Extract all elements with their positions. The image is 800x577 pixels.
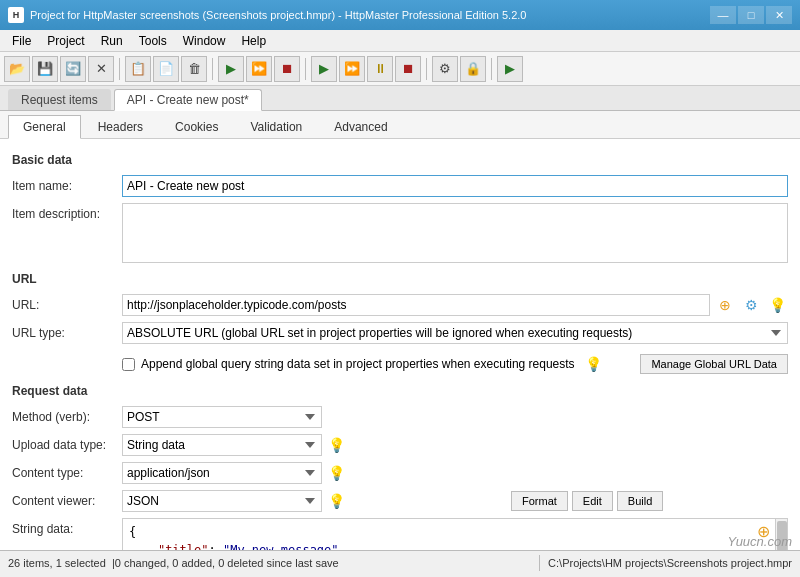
method-select[interactable]: POST bbox=[122, 406, 322, 428]
url-type-select[interactable]: ABSOLUTE URL (global URL set in project … bbox=[122, 322, 788, 344]
url-type-control: ABSOLUTE URL (global URL set in project … bbox=[122, 322, 788, 344]
append-label: Append global query string data set in p… bbox=[141, 357, 575, 371]
minimize-button[interactable]: — bbox=[710, 6, 736, 24]
menu-window[interactable]: Window bbox=[175, 32, 234, 50]
url-settings-button[interactable]: ⚙ bbox=[740, 294, 762, 316]
append-row: Append global query string data set in p… bbox=[122, 350, 788, 378]
toolbar-open[interactable]: 📂 bbox=[4, 56, 30, 82]
toolbar-pause[interactable]: ⏸ bbox=[367, 56, 393, 82]
content-viewer-row: Content viewer: JSON 💡 Format Edit Build bbox=[12, 490, 788, 512]
toolbar-run-all[interactable]: ▶ bbox=[311, 56, 337, 82]
upload-type-row: Upload data type: String data 💡 bbox=[12, 434, 788, 456]
method-label: Method (verb): bbox=[12, 406, 122, 424]
menu-run[interactable]: Run bbox=[93, 32, 131, 50]
format-button[interactable]: Format bbox=[511, 491, 568, 511]
upload-type-label: Upload data type: bbox=[12, 434, 122, 452]
edit-button[interactable]: Edit bbox=[572, 491, 613, 511]
status-left-text: 26 items, 1 selected |0 changed, 0 added… bbox=[8, 557, 531, 569]
content-viewer-control: JSON 💡 Format Edit Build bbox=[122, 490, 788, 512]
toolbar-play[interactable]: ▶ bbox=[218, 56, 244, 82]
separator-4 bbox=[426, 58, 427, 80]
item-desc-control bbox=[122, 203, 788, 266]
status-right-text: C:\Projects\HM projects\Screenshots proj… bbox=[548, 557, 792, 569]
app-icon: H bbox=[8, 7, 24, 23]
item-name-label: Item name: bbox=[12, 175, 122, 193]
form-tab-advanced[interactable]: Advanced bbox=[319, 115, 402, 138]
code-key-1: "title" bbox=[158, 543, 209, 550]
upload-type-select[interactable]: String data bbox=[122, 434, 322, 456]
toolbar-stop-all[interactable]: ⏹ bbox=[395, 56, 421, 82]
upload-hint-icon: 💡 bbox=[328, 437, 345, 453]
manage-global-url-button[interactable]: Manage Global URL Data bbox=[640, 354, 788, 374]
content-viewer-hint-icon: 💡 bbox=[328, 493, 345, 509]
toolbar-refresh[interactable]: 🔄 bbox=[60, 56, 86, 82]
content-viewer-select[interactable]: JSON bbox=[122, 490, 322, 512]
item-desc-row: Item description: bbox=[12, 203, 788, 266]
menu-project[interactable]: Project bbox=[39, 32, 92, 50]
menu-bar: File Project Run Tools Window Help bbox=[0, 30, 800, 52]
url-input[interactable] bbox=[122, 294, 710, 316]
menu-file[interactable]: File bbox=[4, 32, 39, 50]
toolbar-close[interactable]: ✕ bbox=[88, 56, 114, 82]
form-tab-validation[interactable]: Validation bbox=[235, 115, 317, 138]
code-val-1: "My new message" bbox=[223, 543, 339, 550]
toolbar-copy[interactable]: 📋 bbox=[125, 56, 151, 82]
item-desc-label: Item description: bbox=[12, 203, 122, 221]
content-type-hint-icon: 💡 bbox=[328, 465, 345, 481]
url-control: ⊕ ⚙ 💡 bbox=[122, 294, 788, 316]
url-add-button[interactable]: ⊕ bbox=[714, 294, 736, 316]
item-name-row: Item name: bbox=[12, 175, 788, 197]
append-checkbox[interactable] bbox=[122, 358, 135, 371]
item-name-control bbox=[122, 175, 788, 197]
method-control: POST bbox=[122, 406, 788, 428]
separator-5 bbox=[491, 58, 492, 80]
upload-type-control: String data 💡 bbox=[122, 434, 788, 456]
toolbar: 📂 💾 🔄 ✕ 📋 📄 🗑 ▶ ⏩ ⏹ ▶ ⏩ ⏸ ⏹ ⚙ 🔒 ▶ bbox=[0, 52, 800, 86]
url-hint-button[interactable]: 💡 bbox=[766, 294, 788, 316]
toolbar-execute[interactable]: ▶ bbox=[497, 56, 523, 82]
code-editor[interactable]: { "title": "My new message", "body": "Th… bbox=[122, 518, 788, 550]
content-type-select[interactable]: application/json bbox=[122, 462, 322, 484]
form-tab-general[interactable]: General bbox=[8, 115, 81, 139]
item-name-input[interactable] bbox=[122, 175, 788, 197]
form-tab-headers[interactable]: Headers bbox=[83, 115, 158, 138]
tab-api-create[interactable]: API - Create new post* bbox=[114, 89, 262, 111]
string-data-label: String data: bbox=[12, 518, 122, 536]
action-buttons: Format Edit Build bbox=[511, 491, 663, 511]
build-button[interactable]: Build bbox=[617, 491, 663, 511]
toolbar-delete[interactable]: 🗑 bbox=[181, 56, 207, 82]
content-type-control: application/json 💡 bbox=[122, 462, 788, 484]
toolbar-save[interactable]: 💾 bbox=[32, 56, 58, 82]
separator-2 bbox=[212, 58, 213, 80]
right-panel: General Headers Cookies Validation Advan… bbox=[0, 111, 800, 550]
section-request-data: Request data bbox=[12, 384, 788, 400]
status-divider bbox=[539, 555, 540, 571]
url-input-row: ⊕ ⚙ 💡 bbox=[122, 294, 788, 316]
form-tab-cookies[interactable]: Cookies bbox=[160, 115, 233, 138]
close-button[interactable]: ✕ bbox=[766, 6, 792, 24]
content-type-label: Content type: bbox=[12, 462, 122, 480]
append-hint-icon: 💡 bbox=[585, 356, 602, 372]
maximize-button[interactable]: □ bbox=[738, 6, 764, 24]
url-type-row: URL type: ABSOLUTE URL (global URL set i… bbox=[12, 322, 788, 344]
toolbar-stop[interactable]: ⏹ bbox=[274, 56, 300, 82]
separator-1 bbox=[119, 58, 120, 80]
content-type-row: Content type: application/json 💡 bbox=[12, 462, 788, 484]
section-basic-data: Basic data bbox=[12, 153, 788, 169]
watermark: Yuucn.com bbox=[727, 534, 792, 549]
main-layout: General Headers Cookies Validation Advan… bbox=[0, 111, 800, 550]
menu-tools[interactable]: Tools bbox=[131, 32, 175, 50]
title-bar-buttons: — □ ✕ bbox=[710, 6, 792, 24]
toolbar-run-fast[interactable]: ⏩ bbox=[339, 56, 365, 82]
string-data-row: String data: { "title": "My new message"… bbox=[12, 518, 788, 550]
toolbar-fastforward[interactable]: ⏩ bbox=[246, 56, 272, 82]
toolbar-new[interactable]: 📄 bbox=[153, 56, 179, 82]
title-bar-text: Project for HttpMaster screenshots (Scre… bbox=[30, 9, 710, 21]
menu-help[interactable]: Help bbox=[233, 32, 274, 50]
item-desc-input[interactable] bbox=[122, 203, 788, 263]
toolbar-settings[interactable]: ⚙ bbox=[432, 56, 458, 82]
url-label: URL: bbox=[12, 294, 122, 312]
form-content: Basic data Item name: Item description: … bbox=[0, 139, 800, 550]
toolbar-lock[interactable]: 🔒 bbox=[460, 56, 486, 82]
tab-request-items[interactable]: Request items bbox=[8, 89, 111, 110]
